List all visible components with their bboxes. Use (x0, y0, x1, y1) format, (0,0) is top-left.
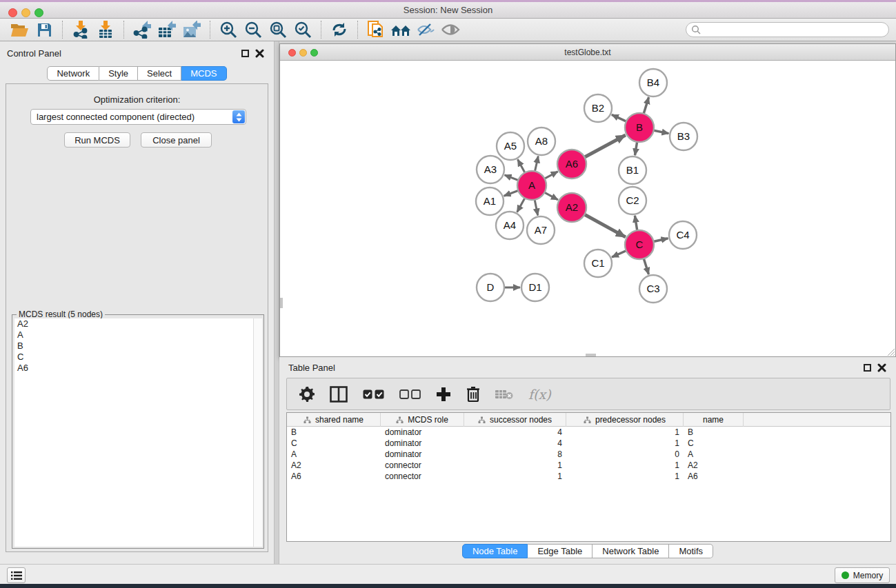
graph-node-C4[interactable]: C4 (669, 221, 697, 249)
table-row[interactable]: A2connector11A2 (287, 460, 890, 471)
table-cell[interactable]: A2 (287, 460, 381, 471)
column-header-mcds-role[interactable]: MCDS role (381, 413, 464, 427)
minimize-window-button[interactable] (21, 8, 30, 17)
tab-network[interactable]: Network (47, 66, 99, 81)
graph-node-B[interactable]: B (625, 113, 654, 142)
network-close-button[interactable] (288, 49, 296, 57)
table-cell[interactable]: 8 (464, 449, 566, 460)
network-zoom-button[interactable] (310, 49, 318, 57)
select-all-checkboxes-icon[interactable] (363, 389, 384, 399)
zoom-in-icon[interactable] (216, 20, 241, 39)
resize-grip-icon[interactable] (886, 347, 895, 356)
table-cell[interactable]: A (287, 449, 381, 460)
table-cell[interactable]: connector (381, 460, 464, 471)
graph-node-A4[interactable]: A4 (496, 212, 524, 239)
add-column-icon[interactable] (436, 387, 451, 402)
graph-node-C3[interactable]: C3 (639, 275, 667, 303)
table-cell[interactable]: 1 (566, 460, 684, 471)
tab-select[interactable]: Select (138, 66, 181, 81)
table-cell[interactable]: A (684, 449, 744, 460)
table-cell[interactable]: B (684, 427, 744, 438)
float-panel-icon[interactable] (241, 50, 249, 57)
export-image-icon[interactable] (179, 20, 204, 39)
graph-node-A7[interactable]: A7 (527, 216, 555, 244)
graph-node-C[interactable]: C (625, 230, 654, 259)
mcds-result-list[interactable]: A2ABCA6 (14, 318, 262, 547)
zoom-selected-icon[interactable] (290, 20, 315, 39)
table-row[interactable]: A6connector11A6 (287, 471, 890, 482)
node-table[interactable]: shared nameMCDS rolesuccessor nodesprede… (286, 412, 891, 542)
settings-gear-icon[interactable] (299, 387, 315, 402)
table-cell[interactable]: 0 (566, 449, 684, 460)
graph-node-A2[interactable]: A2 (557, 193, 586, 222)
close-panel-icon[interactable] (255, 49, 264, 58)
show-graphics-eye-icon[interactable] (438, 20, 463, 39)
graph-node-C1[interactable]: C1 (584, 250, 612, 277)
network-graph-canvas[interactable]: AA1A2A3A4A5A6A7A8BB1B2B3B4CC1C2C3C4DD1 (280, 61, 895, 356)
zoom-out-icon[interactable] (241, 20, 266, 39)
column-header-name[interactable]: name (684, 413, 744, 427)
table-cell[interactable]: A6 (684, 471, 744, 482)
graph-node-B4[interactable]: B4 (639, 69, 667, 97)
refresh-icon[interactable] (327, 20, 352, 39)
table-cell[interactable]: 1 (464, 471, 566, 482)
graph-node-C2[interactable]: C2 (619, 187, 646, 214)
save-session-icon[interactable] (32, 20, 57, 39)
graph-node-A6[interactable]: A6 (557, 150, 586, 179)
tab-network-table[interactable]: Network Table (593, 544, 669, 558)
table-cell[interactable]: 1 (464, 460, 566, 471)
graph-node-A8[interactable]: A8 (528, 128, 555, 155)
table-cell[interactable]: 4 (464, 438, 566, 449)
table-cell[interactable]: 4 (464, 427, 566, 438)
column-header-successor-nodes[interactable]: successor nodes (464, 413, 566, 427)
tab-motifs[interactable]: Motifs (669, 544, 713, 558)
table-row[interactable]: Cdominator41C (287, 438, 890, 449)
network-scroll-nub[interactable] (280, 298, 283, 308)
mcds-result-item[interactable]: A (14, 330, 262, 341)
tab-node-table[interactable]: Node Table (462, 544, 528, 558)
column-header-shared-name[interactable]: shared name (287, 413, 381, 427)
duplicate-network-icon[interactable] (364, 20, 388, 39)
table-row[interactable]: Adominator80A (287, 449, 890, 460)
table-cell[interactable]: A2 (684, 460, 744, 471)
delete-column-icon[interactable] (466, 386, 480, 403)
optimization-criterion-dropdown[interactable]: largest connected component (directed) (30, 109, 246, 125)
column-header-predecessor-nodes[interactable]: predecessor nodes (566, 413, 684, 427)
graph-node-D[interactable]: D (477, 274, 504, 301)
task-history-button[interactable] (7, 567, 26, 583)
memory-button[interactable]: Memory (835, 567, 890, 583)
graph-node-D1[interactable]: D1 (521, 274, 549, 301)
open-session-icon[interactable] (7, 20, 32, 39)
deselect-all-checkboxes-icon[interactable] (399, 389, 421, 399)
table-cell[interactable]: C (287, 438, 381, 449)
zoom-fit-icon[interactable] (266, 20, 290, 39)
network-minimize-button[interactable] (299, 49, 307, 57)
table-cell[interactable]: connector (381, 471, 464, 482)
tab-edge-table[interactable]: Edge Table (528, 544, 593, 558)
table-cell[interactable]: 1 (566, 427, 684, 438)
table-cell[interactable]: dominator (381, 427, 464, 438)
tab-mcds[interactable]: MCDS (181, 66, 226, 81)
table-cell[interactable]: 1 (566, 438, 684, 449)
graph-node-B3[interactable]: B3 (670, 123, 697, 150)
close-window-button[interactable] (8, 8, 17, 17)
table-row[interactable]: Bdominator41B (287, 427, 890, 438)
search-field[interactable] (686, 22, 889, 37)
mcds-result-item[interactable]: C (14, 352, 262, 363)
zoom-window-button[interactable] (34, 8, 43, 17)
float-table-panel-icon[interactable] (864, 364, 871, 372)
close-panel-button[interactable]: Close panel (141, 132, 212, 148)
import-table-icon[interactable] (93, 20, 118, 39)
graph-node-A1[interactable]: A1 (476, 187, 504, 215)
first-neighbors-icon[interactable] (388, 20, 413, 39)
column-visibility-icon[interactable] (330, 386, 348, 403)
run-mcds-button[interactable]: Run MCDS (64, 132, 130, 148)
mcds-result-item[interactable]: A6 (14, 363, 262, 374)
mcds-result-item[interactable]: A2 (14, 318, 262, 330)
export-network-icon[interactable] (130, 20, 155, 39)
hide-labels-icon[interactable] (413, 20, 438, 39)
network-scroll-nub-horizontal[interactable] (586, 354, 596, 356)
table-cell[interactable]: 1 (566, 471, 684, 482)
tab-style[interactable]: Style (99, 66, 138, 81)
close-table-panel-icon[interactable] (877, 363, 886, 372)
